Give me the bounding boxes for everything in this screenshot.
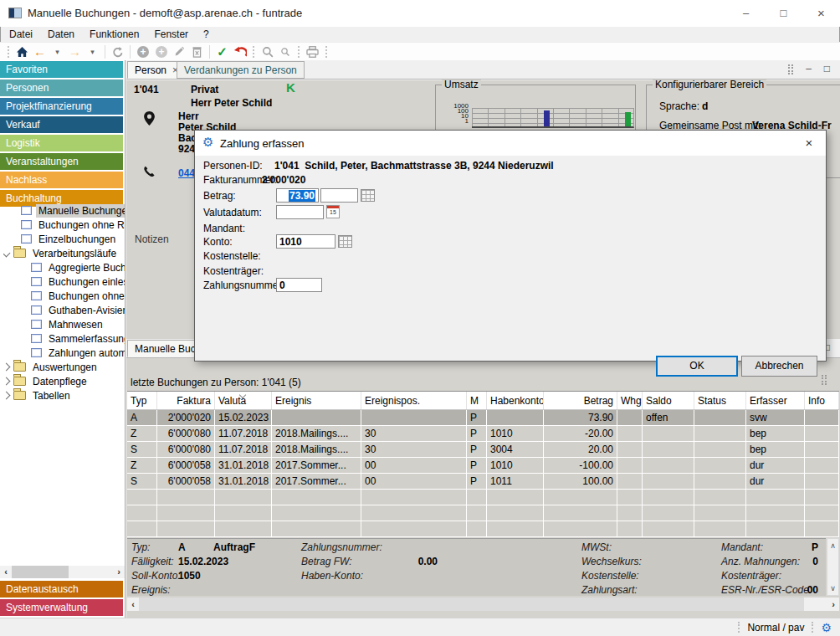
search-icon[interactable]: [259, 44, 276, 59]
search-small-icon[interactable]: [278, 45, 291, 57]
lookup-grid-icon[interactable]: [338, 235, 352, 248]
column-header[interactable]: Info: [805, 392, 839, 409]
table-row[interactable]: S6'000'05831.01.20182017.Sommer...00P101…: [127, 474, 839, 490]
column-header[interactable]: Typ: [127, 392, 157, 409]
delete-icon[interactable]: [188, 44, 206, 59]
confirm-icon[interactable]: ✓: [213, 44, 231, 59]
column-header[interactable]: Ereignis: [272, 392, 361, 409]
scroll-left-icon[interactable]: ‹: [0, 566, 12, 578]
table-cell: 100.00: [544, 474, 617, 489]
column-header[interactable]: Habenkonto: [487, 392, 544, 409]
minimize-button[interactable]: –: [727, 0, 765, 27]
menu-item-?[interactable]: ?: [196, 28, 217, 41]
tree-item[interactable]: Auswertungen: [3, 360, 125, 374]
menu-item-daten[interactable]: Daten: [40, 28, 82, 41]
betrag-input[interactable]: 73.90: [276, 188, 319, 203]
add-icon[interactable]: +: [137, 46, 149, 58]
tab-manuelle-buchungen[interactable]: Manuelle Buch: [127, 340, 199, 357]
tree-item[interactable]: Sammelerfassung S: [31, 331, 125, 346]
tree-item[interactable]: Guthaben-Avisierun: [31, 303, 125, 317]
tree-item[interactable]: Datenpflege: [3, 374, 125, 388]
column-header[interactable]: Valuta: [215, 392, 272, 409]
table-row[interactable]: Z6'000'05831.01.20182017.Sommer...00P101…: [127, 458, 839, 474]
scroll-down-icon[interactable]: ∨: [827, 584, 838, 592]
maximize-button[interactable]: □: [765, 0, 802, 27]
scrollbar-thumb[interactable]: [139, 598, 804, 611]
toolbar-grip: [298, 46, 300, 58]
scroll-right-icon[interactable]: ›: [827, 598, 839, 611]
table-row[interactable]: S6'000'08011.07.20182018.Mailings....30P…: [127, 442, 839, 458]
valutadatum-input[interactable]: [276, 205, 324, 219]
column-header[interactable]: Faktura: [157, 392, 215, 409]
settings-gear-icon[interactable]: ⚙: [821, 621, 832, 634]
column-header[interactable]: Status: [694, 392, 746, 409]
refresh-icon[interactable]: [109, 44, 126, 59]
calendar-icon[interactable]: 15: [326, 205, 340, 218]
sidebar-item-personen[interactable]: Personen: [0, 80, 123, 96]
panel-maximize-icon[interactable]: □: [824, 63, 830, 74]
edit-icon[interactable]: [171, 44, 188, 59]
lookup-grid-icon[interactable]: [361, 189, 375, 202]
sidebar-item-projektfinanzierung[interactable]: Projektfinanzierung: [0, 98, 123, 115]
tab-verdankungen[interactable]: Verdankungen zu Person: [177, 61, 305, 79]
scrollbar-thumb[interactable]: [12, 566, 69, 578]
dialog-close-icon[interactable]: ×: [792, 131, 826, 156]
cancel-button[interactable]: Abbrechen: [741, 356, 817, 377]
forward-icon[interactable]: →: [66, 44, 84, 59]
scroll-right-icon[interactable]: ›: [113, 566, 125, 578]
sidebar-item-datenaustausch[interactable]: Datenaustausch: [0, 581, 123, 598]
menu-item-funktionen[interactable]: Funktionen: [82, 28, 146, 41]
menu-item-fenster[interactable]: Fenster: [146, 28, 196, 41]
bottom-horizontal-scrollbar[interactable]: ‹ ›: [127, 598, 839, 611]
back-dropdown-icon[interactable]: ▾: [49, 44, 66, 59]
scroll-left-icon[interactable]: ‹: [127, 598, 139, 611]
tree-item[interactable]: Verarbeitungsläufe: [3, 246, 125, 260]
column-header[interactable]: Betrag: [544, 392, 617, 409]
home-icon[interactable]: [13, 44, 31, 59]
tree-item[interactable]: Manuelle Buchungen: [21, 203, 125, 218]
sidebar-item-logistik[interactable]: Logistik: [0, 135, 123, 151]
print-icon[interactable]: [304, 44, 321, 59]
sidebar-item-nachlass[interactable]: Nachlass: [0, 172, 123, 188]
chevron-right-icon[interactable]: [3, 377, 10, 386]
betrag-secondary-input[interactable]: [320, 188, 358, 203]
forward-dropdown-icon[interactable]: ▾: [84, 44, 101, 59]
konto-input[interactable]: 1010: [276, 234, 335, 249]
column-header[interactable]: Erfasser: [746, 392, 805, 409]
back-icon[interactable]: ←: [31, 44, 49, 59]
tree-item[interactable]: Buchungen einlese: [31, 274, 125, 289]
application-window: Manuelle Buchungen - demoft@asp.arenae.c…: [0, 0, 840, 636]
sidebar-item-verkauf[interactable]: Verkauf: [0, 116, 123, 133]
sidebar-item-favoriten[interactable]: Favoriten: [0, 61, 123, 78]
chevron-right-icon[interactable]: [3, 392, 10, 400]
tree-item[interactable]: Einzelbuchungen: [21, 232, 125, 246]
chevron-down-icon[interactable]: [3, 249, 10, 258]
tree-item[interactable]: Tabellen: [3, 388, 125, 403]
panel-minimize-icon[interactable]: –: [806, 63, 812, 74]
undo-icon[interactable]: [231, 44, 248, 59]
tree-item[interactable]: Zahlungen automat: [31, 346, 125, 360]
scroll-up-icon[interactable]: ∧: [827, 541, 838, 550]
table-row[interactable]: Z6'000'08011.07.20182018.Mailings....30P…: [127, 426, 839, 442]
phone-link[interactable]: 044: [178, 167, 195, 179]
tree-item[interactable]: Buchungen ohne Refe: [21, 218, 125, 232]
column-header[interactable]: Saldo: [643, 392, 694, 409]
tree-item[interactable]: Aggregierte Buchun: [31, 260, 125, 274]
ok-button[interactable]: OK: [656, 356, 738, 377]
column-header[interactable]: M: [467, 392, 487, 409]
sidebar-item-systemverwaltung[interactable]: Systemverwaltung: [0, 599, 123, 616]
menu-item-datei[interactable]: Datei: [2, 28, 40, 41]
column-header[interactable]: Whg: [617, 392, 643, 409]
detail-vertical-scrollbar[interactable]: ∧ ∨: [827, 538, 839, 596]
zahlungsnummer-input[interactable]: 0: [276, 278, 322, 292]
sidebar-horizontal-scrollbar[interactable]: ‹ ›: [0, 566, 125, 578]
tree-item-label: Zahlungen automat: [46, 346, 125, 360]
add-alt-icon[interactable]: +: [156, 46, 167, 58]
close-button[interactable]: ×: [802, 0, 840, 27]
chevron-right-icon[interactable]: [3, 363, 10, 372]
sidebar-item-veranstaltungen[interactable]: Veranstaltungen: [0, 153, 123, 170]
tree-item[interactable]: Buchungen ohne R: [31, 289, 125, 303]
column-header[interactable]: Ereignispos.: [361, 392, 467, 409]
tree-item[interactable]: Mahnwesen: [31, 317, 125, 331]
table-row[interactable]: A2'000'02015.02.2023P73.90offensvw: [127, 410, 839, 426]
